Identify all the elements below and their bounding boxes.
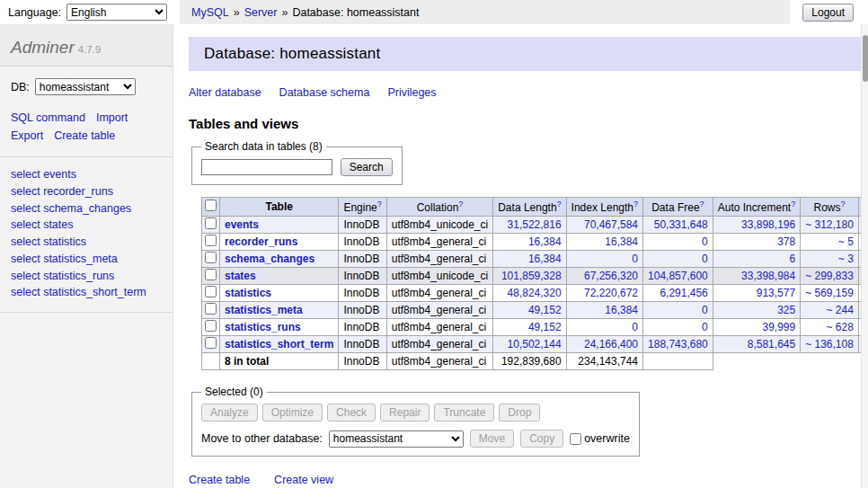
table-name-link[interactable]: schema_changes: [225, 253, 314, 265]
create-view-link[interactable]: Create view: [274, 474, 333, 486]
help-link[interactable]: ?: [633, 200, 638, 209]
data-length-link[interactable]: 49,152: [528, 321, 562, 333]
truncate-button[interactable]: Truncate: [434, 404, 494, 421]
data-free-link[interactable]: 50,331,648: [654, 218, 708, 231]
sidebar-select-statistics[interactable]: select statistics: [11, 234, 162, 251]
auto-increment-link[interactable]: 325: [777, 304, 795, 316]
auto-increment-link[interactable]: 8,581,645: [748, 338, 795, 350]
auto-increment-link[interactable]: 39,999: [762, 321, 795, 333]
table-name-link[interactable]: recorder_runs: [225, 235, 297, 248]
table-name-link[interactable]: states: [225, 270, 256, 282]
sidebar-link-import[interactable]: Import: [96, 111, 128, 124]
data-length-link[interactable]: 16,384: [528, 235, 562, 248]
sidebar-link-sql-command[interactable]: SQL command: [11, 111, 85, 124]
search-button[interactable]: Search: [341, 158, 393, 176]
help-link[interactable]: ?: [458, 200, 463, 209]
search-input[interactable]: [201, 159, 332, 175]
rows-count-link[interactable]: ~ 244: [827, 304, 854, 316]
row-checkbox[interactable]: [205, 320, 217, 332]
drop-button[interactable]: Drop: [499, 404, 540, 421]
sidebar-select-statistics-meta[interactable]: select statistics_meta: [11, 251, 162, 268]
row-checkbox[interactable]: [205, 217, 217, 229]
logout-button[interactable]: Logout: [802, 4, 854, 22]
index-length-link[interactable]: 70,467,584: [584, 218, 638, 231]
rows-count-link[interactable]: ~ 569,159: [805, 287, 854, 299]
language-select[interactable]: English: [66, 4, 167, 21]
scrollbar[interactable]: [861, 24, 868, 488]
data-length-link[interactable]: 10,502,144: [508, 338, 562, 350]
table-name-link[interactable]: statistics_runs: [225, 321, 301, 333]
help-link[interactable]: ?: [377, 200, 382, 209]
sidebar-link-create-table[interactable]: Create table: [54, 129, 115, 142]
data-length-link[interactable]: 31,522,816: [508, 218, 562, 231]
check-button[interactable]: Check: [327, 404, 376, 421]
sidebar-select-statistics-runs[interactable]: select statistics_runs: [11, 268, 162, 285]
row-checkbox[interactable]: [205, 286, 217, 297]
index-length-link[interactable]: 24,166,400: [584, 338, 638, 350]
index-length-link[interactable]: 16,384: [605, 235, 638, 248]
table-name-link[interactable]: statistics_meta: [225, 304, 303, 316]
data-free-link[interactable]: 0: [702, 253, 708, 265]
sidebar-select-recorder-runs[interactable]: select recorder_runs: [11, 183, 162, 200]
auto-increment-link[interactable]: 913,577: [757, 287, 795, 299]
move-database-select[interactable]: homeassistant: [329, 430, 464, 448]
row-checkbox[interactable]: [205, 337, 217, 349]
overwrite-checkbox[interactable]: [570, 433, 581, 445]
breadcrumb-link-mysql[interactable]: MySQL: [191, 6, 229, 19]
auto-increment-link[interactable]: 33,398,984: [741, 270, 795, 282]
row-checkbox[interactable]: [205, 269, 217, 280]
database-schema-link[interactable]: Database schema: [279, 86, 370, 99]
scrollbar-thumb[interactable]: [863, 35, 868, 82]
data-free-link[interactable]: 0: [702, 304, 708, 316]
select-all-checkbox[interactable]: [205, 200, 217, 211]
copy-button[interactable]: Copy: [520, 430, 563, 448]
help-link[interactable]: ?: [791, 200, 795, 209]
data-free-link[interactable]: 0: [702, 321, 708, 333]
table-name-link[interactable]: events: [225, 218, 259, 231]
index-length-link[interactable]: 16,384: [605, 304, 638, 316]
index-length-link[interactable]: 0: [632, 321, 638, 333]
rows-count-link[interactable]: ~ 299,833: [805, 270, 854, 282]
row-checkbox[interactable]: [205, 303, 217, 315]
sidebar-select-schema-changes[interactable]: select schema_changes: [11, 200, 162, 217]
app-logo[interactable]: Adminer: [11, 38, 75, 57]
db-select[interactable]: homeassistant: [35, 78, 136, 95]
data-free-link[interactable]: 0: [702, 235, 708, 248]
help-link[interactable]: ?: [557, 200, 562, 209]
help-link[interactable]: ?: [841, 200, 846, 209]
optimize-button[interactable]: Optimize: [262, 404, 323, 421]
sidebar-select-events[interactable]: select events: [11, 166, 162, 183]
sidebar-link-export[interactable]: Export: [11, 129, 43, 142]
move-button[interactable]: Move: [470, 430, 514, 448]
rows-count-link[interactable]: ~ 312,180: [805, 218, 854, 231]
auto-increment-link[interactable]: 378: [777, 235, 795, 248]
table-name-link[interactable]: statistics_short_term: [225, 338, 333, 350]
sidebar-select-states[interactable]: select states: [11, 217, 162, 234]
analyze-button[interactable]: Analyze: [201, 404, 258, 421]
privileges-link[interactable]: Privileges: [387, 86, 436, 99]
data-free-link[interactable]: 104,857,600: [648, 270, 708, 282]
breadcrumb-link-server[interactable]: Server: [244, 6, 278, 19]
sidebar-select-statistics-short-term[interactable]: select statistics_short_term: [11, 284, 162, 301]
create-table-link[interactable]: Create table: [189, 474, 250, 486]
data-free-link[interactable]: 6,291,456: [660, 287, 707, 299]
rows-count-link[interactable]: ~ 3: [838, 253, 854, 265]
data-length-link[interactable]: 49,152: [528, 304, 562, 316]
rows-count-link[interactable]: ~ 5: [838, 235, 854, 248]
index-length-link[interactable]: 72,220,672: [584, 287, 638, 299]
data-free-link[interactable]: 188,743,680: [648, 338, 708, 350]
row-checkbox[interactable]: [205, 252, 217, 263]
alter-database-link[interactable]: Alter database: [189, 86, 261, 99]
index-length-link[interactable]: 0: [632, 253, 638, 265]
rows-count-link[interactable]: ~ 136,108: [805, 338, 854, 350]
auto-increment-link[interactable]: 6: [789, 253, 795, 265]
table-name-link[interactable]: statistics: [225, 287, 271, 299]
repair-button[interactable]: Repair: [380, 404, 430, 421]
data-length-link[interactable]: 16,384: [528, 253, 562, 265]
data-length-link[interactable]: 101,859,328: [501, 270, 562, 282]
rows-count-link[interactable]: ~ 628: [827, 321, 854, 333]
help-link[interactable]: ?: [700, 200, 704, 209]
data-length-link[interactable]: 48,824,320: [508, 287, 562, 299]
index-length-link[interactable]: 67,256,320: [584, 270, 638, 282]
row-checkbox[interactable]: [205, 235, 217, 246]
